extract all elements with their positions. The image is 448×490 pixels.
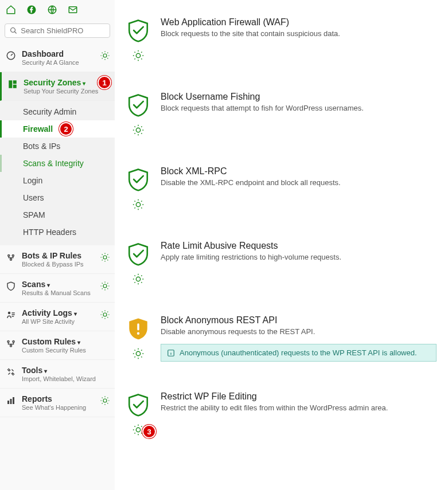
zone-http-headers[interactable]: HTTP Headers [0, 224, 115, 241]
card-restapi-title: Block Anonymous REST API [161, 315, 437, 326]
card-waf-desc: Block requests to the site that contain … [161, 29, 437, 38]
shield-ok-icon [126, 92, 150, 118]
zone-users[interactable]: Users [0, 189, 115, 206]
dashboard-icon [6, 50, 16, 61]
search-box[interactable] [5, 23, 110, 38]
gear-icon[interactable] [100, 50, 110, 61]
main-content: Web Application Firewall (WAF) Block req… [115, 0, 448, 490]
card-xmlrpc-title: Block XML-RPC [161, 166, 437, 177]
card-ratelimit-desc: Apply rate limiting restrictions to high… [161, 253, 437, 261]
svg-rect-20 [13, 397, 14, 404]
nav-bots-sub: Blocked & Bypass IPs [22, 261, 94, 268]
info-icon [167, 349, 175, 357]
card-restapi: Block Anonymous REST API Disable anonymo… [126, 315, 437, 362]
custom-icon [6, 338, 16, 348]
shield-ok-icon [126, 17, 150, 44]
gear-icon[interactable] [100, 281, 110, 291]
card-waf-settings[interactable] [132, 49, 145, 62]
svg-point-13 [10, 258, 12, 260]
zone-bots-ips[interactable]: Bots & IPs [0, 138, 115, 155]
annotation-badge-2: 2 [59, 122, 73, 136]
card-fishing: Block Username Fishing Block requests th… [126, 92, 437, 136]
nav-tools-label: Tools [22, 366, 110, 375]
card-ratelimit-settings[interactable] [132, 273, 145, 285]
nav-reports[interactable]: Reports See What's Happening [0, 389, 115, 417]
card-waf-title: Web Application Firewall (WAF) [161, 17, 437, 28]
card-restapi-desc: Disable anonymous requests to the REST A… [161, 327, 437, 336]
zone-firewall[interactable]: Firewall 2 [0, 120, 115, 138]
bots-icon [6, 252, 16, 262]
svg-rect-8 [9, 80, 12, 88]
annotation-badge-3: 3 [142, 425, 156, 438]
mail-icon[interactable] [68, 5, 78, 17]
card-restapi-info: Anonymous (unauthenticated) requests to … [161, 344, 437, 362]
nav-activity-label: Activity Logs [22, 308, 94, 317]
nav-dashboard[interactable]: Dashboard Security At A Glance [0, 44, 115, 72]
nav-custom-sub: Custom Security Rules [22, 347, 110, 354]
topbar [0, 0, 115, 21]
svg-point-16 [13, 341, 14, 343]
zone-spam[interactable]: SPAM [0, 206, 115, 224]
gear-icon[interactable] [100, 395, 110, 406]
nav-security-zones[interactable]: Security Zones Setup Your Security Zones… [0, 72, 115, 101]
shield-ok-icon [126, 166, 150, 193]
card-fileedit-desc: Restrict the ability to edit files from … [161, 403, 437, 412]
annotation-badge-1: 1 [98, 76, 111, 89]
card-fishing-desc: Block requests that attempt to fish for … [161, 104, 437, 112]
card-xmlrpc-settings[interactable] [132, 198, 145, 211]
svg-point-11 [8, 255, 10, 257]
card-ratelimit-title: Rate Limit Abusive Requests [161, 241, 437, 251]
nav-activity-sub: All WP Site Activity [22, 318, 94, 325]
search-input[interactable] [21, 26, 105, 35]
nav-tools[interactable]: Tools Import, Whitelabel, Wizard [0, 360, 115, 389]
zone-security-admin[interactable]: Security Admin [0, 103, 115, 120]
scans-icon [6, 281, 16, 291]
activity-icon [6, 309, 16, 320]
svg-line-6 [14, 32, 16, 33]
svg-rect-19 [10, 399, 12, 404]
zone-login[interactable]: Login [0, 172, 115, 189]
card-xmlrpc-desc: Disable the XML-RPC endpoint and block a… [161, 178, 437, 187]
svg-point-5 [11, 28, 15, 33]
svg-point-14 [8, 312, 11, 315]
nav-custom-label: Custom Rules [22, 337, 110, 346]
gear-icon[interactable] [100, 252, 110, 262]
nav-scans-sub: Results & Manual Scans [22, 289, 94, 296]
card-xmlrpc: Block XML-RPC Disable the XML-RPC endpoi… [126, 166, 437, 211]
nav-scans[interactable]: Scans Results & Manual Scans [0, 274, 115, 303]
nav-activity-logs[interactable]: Activity Logs All WP Site Activity [0, 303, 115, 331]
zones-submenu: Security Admin Firewall 2 Bots & IPs Sca… [0, 101, 115, 245]
svg-point-15 [7, 341, 9, 343]
home-icon[interactable] [6, 5, 16, 17]
nav-dashboard-label: Dashboard [22, 49, 94, 58]
nav-zones-sub: Setup Your Security Zones [24, 88, 110, 95]
svg-rect-18 [7, 401, 9, 404]
shield-ok-icon [126, 241, 150, 267]
svg-point-12 [12, 255, 14, 257]
card-ratelimit: Rate Limit Abusive Requests Apply rate l… [126, 241, 437, 285]
zones-icon [7, 79, 18, 89]
svg-point-17 [10, 345, 12, 347]
reports-icon [6, 395, 16, 406]
card-fishing-settings[interactable] [132, 124, 145, 136]
tools-icon [6, 367, 16, 377]
gear-icon[interactable] [100, 309, 110, 320]
zone-firewall-label: Firewall [23, 124, 53, 134]
shield-warn-icon [126, 315, 150, 342]
card-fileedit-title: Restrict WP File Editing [161, 391, 437, 402]
card-restapi-settings[interactable] [132, 347, 145, 360]
nav-custom-rules[interactable]: Custom Rules Custom Security Rules [0, 331, 115, 360]
card-fishing-title: Block Username Fishing [161, 92, 437, 102]
svg-rect-9 [13, 80, 17, 84]
zone-scans-integrity[interactable]: Scans & Integrity [0, 155, 115, 172]
globe-icon[interactable] [47, 5, 57, 17]
nav-bots-ip-rules[interactable]: Bots & IP Rules Blocked & Bypass IPs [0, 245, 115, 274]
card-fileedit: 3 Restrict WP File Editing Restrict the … [126, 391, 437, 436]
card-waf: Web Application Firewall (WAF) Block req… [126, 17, 437, 62]
nav-reports-label: Reports [22, 394, 94, 403]
nav-scans-label: Scans [22, 280, 94, 289]
nav-bots-label: Bots & IP Rules [22, 251, 94, 260]
nav-tools-sub: Import, Whitelabel, Wizard [22, 375, 110, 382]
facebook-icon[interactable] [26, 5, 37, 17]
search-icon [10, 26, 17, 35]
